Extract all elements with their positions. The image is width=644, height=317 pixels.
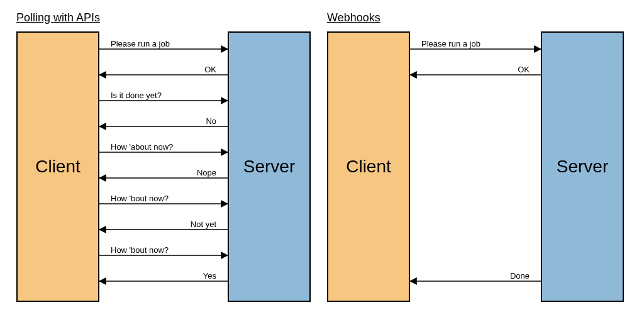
message-label: OK xyxy=(204,65,216,74)
message-label: Done xyxy=(510,271,530,281)
polling-arrows-group: Please run a jobOKIs it done yet?NoHow '… xyxy=(99,39,228,281)
message-label: Please run a job xyxy=(421,39,480,48)
message-label: Please run a job xyxy=(111,39,170,48)
message-label: How 'bout now? xyxy=(111,194,169,203)
message-label: Not yet xyxy=(191,220,217,229)
message-label: How 'bout now? xyxy=(111,245,169,255)
message-label: No xyxy=(206,116,216,126)
message-label: Nope xyxy=(197,168,216,177)
webhooks-arrows-group: Please run a jobOKDone xyxy=(410,39,541,281)
message-label: How 'about now? xyxy=(111,142,173,152)
message-label: OK xyxy=(518,65,530,74)
diagram-stage: Polling with APIs Webhooks Client Server… xyxy=(0,0,644,317)
message-label: Is it done yet? xyxy=(111,91,162,100)
arrows-layer: Please run a jobOKIs it done yet?NoHow '… xyxy=(0,0,644,317)
message-label: Yes xyxy=(203,271,217,281)
